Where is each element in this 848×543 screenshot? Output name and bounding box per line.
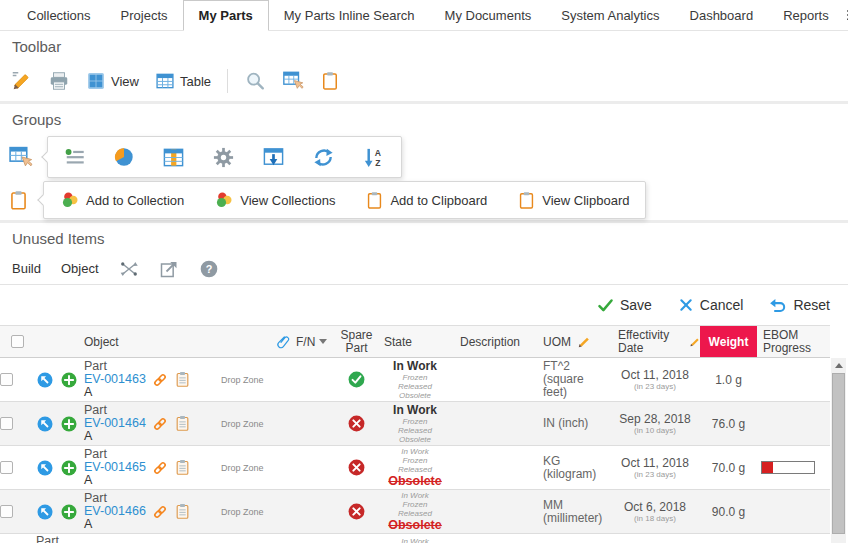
state-option: Frozen: [403, 417, 428, 426]
part-number-link[interactable]: EV-001465: [84, 460, 146, 474]
table-row[interactable]: Part EV-001465 A Drop Zone In Work Froze…: [0, 446, 830, 490]
table-row[interactable]: Part In Work: [0, 534, 830, 543]
description-cell: [452, 358, 535, 401]
view-button[interactable]: View: [86, 71, 139, 91]
add-icon[interactable]: [60, 459, 78, 477]
column-header-weight[interactable]: Weight: [700, 326, 757, 357]
drop-zone[interactable]: Drop Zone: [221, 375, 264, 385]
tab-reports[interactable]: Reports: [768, 0, 844, 30]
drop-zone[interactable]: Drop Zone: [221, 419, 264, 429]
table-columns-button[interactable]: [162, 146, 185, 169]
state-option: Released: [398, 382, 432, 391]
link-icon[interactable]: [152, 416, 168, 432]
state-option: Released: [398, 426, 432, 435]
state-current: In Work: [393, 403, 437, 417]
goto-icon[interactable]: [36, 459, 54, 477]
cancel-button[interactable]: Cancel: [678, 297, 744, 313]
add-icon[interactable]: [60, 503, 78, 521]
edit-button[interactable]: [10, 70, 32, 92]
tab-projects[interactable]: Projects: [106, 0, 183, 30]
row-checkbox[interactable]: [0, 461, 13, 474]
column-header-object[interactable]: Object: [34, 326, 270, 357]
add-to-collection-button[interactable]: Add to Collection: [60, 190, 184, 210]
scroll-up-button[interactable]: [831, 358, 846, 372]
goto-icon[interactable]: [36, 371, 54, 389]
column-header-fn[interactable]: F/N: [270, 326, 335, 357]
tab-my-parts[interactable]: My Parts: [183, 0, 269, 31]
build-menu[interactable]: Build: [12, 261, 41, 276]
reset-button[interactable]: Reset: [769, 296, 830, 314]
list-settings-button[interactable]: [64, 146, 86, 168]
select-all-checkbox[interactable]: [11, 335, 24, 348]
chevron-down-icon[interactable]: [319, 339, 327, 344]
column-header-description[interactable]: Description: [452, 326, 535, 357]
scrollbar-thumb[interactable]: [832, 373, 845, 534]
open-external-button[interactable]: [159, 259, 179, 279]
table-row[interactable]: Part EV-001463 A Drop Zone In Work Froze…: [0, 358, 830, 402]
add-icon[interactable]: [60, 415, 78, 433]
add-to-clipboard-button[interactable]: Add to Clipboard: [365, 191, 487, 210]
pencil-icon[interactable]: [689, 335, 700, 349]
clipboard-lines-icon[interactable]: [174, 503, 191, 520]
table-row[interactable]: Part EV-001464 A Drop Zone In Work Froze…: [0, 402, 830, 446]
tab-my-parts-inline-search[interactable]: My Parts Inline Search: [269, 0, 430, 30]
state-option: In Work: [401, 447, 429, 456]
table-row[interactable]: Part EV-001466 A Drop Zone In Work Froze…: [0, 490, 830, 534]
view-collections-button[interactable]: View Collections: [214, 190, 335, 210]
part-number-link[interactable]: EV-001463: [84, 372, 146, 386]
save-button[interactable]: Save: [597, 297, 652, 314]
flyout-pointer: [37, 194, 48, 205]
link-icon[interactable]: [152, 460, 168, 476]
column-header-state[interactable]: State: [378, 326, 452, 357]
column-header-spare-part[interactable]: Spare Part: [335, 326, 378, 357]
tab-system-analytics[interactable]: System Analytics: [546, 0, 674, 30]
refresh-button[interactable]: [312, 146, 335, 169]
link-icon[interactable]: [152, 372, 168, 388]
view-clipboard-button[interactable]: View Clipboard: [517, 191, 629, 210]
pencil-icon[interactable]: [577, 335, 591, 349]
groups-trigger-button[interactable]: [8, 145, 33, 170]
view-clipboard-label: View Clipboard: [542, 193, 629, 208]
help-button[interactable]: [199, 259, 219, 279]
groups-flyout: [47, 136, 402, 178]
drop-zone[interactable]: Drop Zone: [221, 463, 264, 473]
table-button[interactable]: Table: [155, 71, 211, 91]
goto-icon[interactable]: [36, 415, 54, 433]
clipboard-button[interactable]: [320, 71, 340, 91]
part-number-link[interactable]: EV-001466: [84, 504, 146, 518]
drop-zone[interactable]: Drop Zone: [221, 507, 264, 517]
column-header-effectivity-date[interactable]: Effectivity Date: [610, 326, 700, 357]
table-download-button[interactable]: [262, 146, 285, 169]
clipboard-trigger-button[interactable]: [8, 190, 29, 211]
table-select-button[interactable]: [282, 70, 304, 92]
pie-chart-button[interactable]: [113, 146, 135, 168]
hamburger-menu-icon[interactable]: [844, 0, 848, 30]
date-note: (in 23 days): [634, 470, 676, 479]
search-button[interactable]: [244, 70, 266, 92]
part-number-link[interactable]: EV-001464: [84, 416, 146, 430]
clipboard-icon: [8, 190, 29, 211]
add-icon[interactable]: [60, 371, 78, 389]
vertical-scrollbar[interactable]: [831, 358, 846, 543]
gear-icon: [212, 146, 235, 169]
settings-button[interactable]: [212, 146, 235, 169]
link-icon[interactable]: [152, 504, 168, 520]
route-button[interactable]: [119, 259, 139, 279]
ebom-progress-cell: [757, 358, 830, 401]
clipboard-lines-icon[interactable]: [174, 459, 191, 476]
column-header-uom[interactable]: UOM: [535, 326, 610, 357]
clipboard-lines-icon[interactable]: [174, 415, 191, 432]
object-menu[interactable]: Object: [61, 261, 99, 276]
sort-az-button[interactable]: [362, 146, 385, 169]
row-checkbox[interactable]: [0, 505, 13, 518]
tab-dashboard[interactable]: Dashboard: [675, 0, 769, 30]
clipboard-lines-icon[interactable]: [174, 371, 191, 388]
tab-my-documents[interactable]: My Documents: [430, 0, 547, 30]
table-header: Object F/N Spare Part State Description …: [0, 325, 830, 358]
tab-collections[interactable]: Collections: [12, 0, 106, 30]
column-header-ebom-progress[interactable]: EBOM Progress: [757, 326, 830, 357]
row-checkbox[interactable]: [0, 373, 13, 386]
row-checkbox[interactable]: [0, 417, 13, 430]
print-button[interactable]: [48, 70, 70, 92]
goto-icon[interactable]: [36, 503, 54, 521]
